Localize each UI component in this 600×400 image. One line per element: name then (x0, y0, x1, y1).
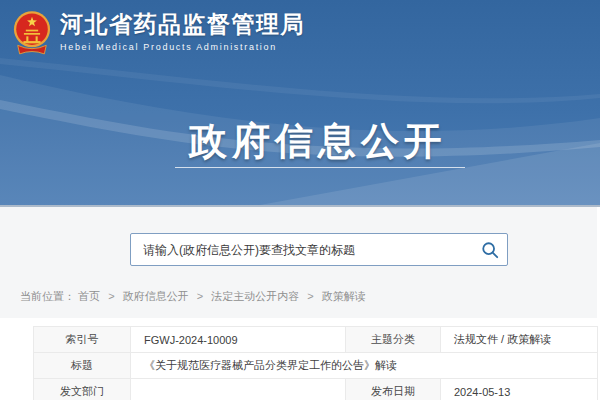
breadcrumb-prefix: 当前位置： (20, 290, 75, 302)
document-meta-table: 索引号 FGWJ-2024-10009 主题分类 法规文件 / 政策解读 标题 … (33, 326, 598, 400)
index-number-value: FGWJ-2024-10009 (131, 327, 346, 353)
title-label: 标题 (34, 353, 131, 379)
breadcrumb-item-gov-info[interactable]: 政府信息公开 (123, 290, 189, 302)
breadcrumb-item-policy-interpretation[interactable]: 政策解读 (322, 290, 366, 302)
breadcrumb-separator: > (108, 290, 114, 302)
search-button[interactable] (473, 234, 507, 265)
national-emblem-icon (13, 10, 51, 56)
issuing-department-value (131, 379, 346, 400)
breadcrumb: 当前位置： 首页 > 政府信息公开 > 法定主动公开内容 > 政策解读 (20, 289, 366, 304)
index-number-label: 索引号 (34, 327, 131, 353)
breadcrumb-separator: > (307, 290, 313, 302)
breadcrumb-item-disclosure-content[interactable]: 法定主动公开内容 (211, 290, 299, 302)
publish-date-value: 2024-05-13 (441, 379, 598, 400)
top-banner: 河北省药品监督管理局 Hebei Medical Products Admini… (0, 0, 600, 205)
search-box (130, 233, 508, 266)
topic-category-value: 法规文件 / 政策解读 (441, 327, 598, 353)
search-icon (481, 241, 499, 259)
search-input[interactable] (131, 234, 473, 265)
title-value: 《关于规范医疗器械产品分类界定工作的公告》解读 (131, 353, 598, 379)
site-name-en: Hebei Medical Products Administration (60, 42, 305, 52)
breadcrumb-item-home[interactable]: 首页 (78, 290, 100, 302)
table-row: 发文部门 发布日期 2024-05-13 (34, 379, 598, 400)
site-name-zh: 河北省药品监督管理局 (60, 13, 305, 37)
table-row: 索引号 FGWJ-2024-10009 主题分类 法规文件 / 政策解读 (34, 327, 598, 353)
page-title: 政府信息公开 (0, 116, 600, 167)
title-underline (175, 167, 465, 168)
topic-category-label: 主题分类 (346, 327, 441, 353)
page: 河北省药品监督管理局 Hebei Medical Products Admini… (0, 0, 600, 400)
site-name-block: 河北省药品监督管理局 Hebei Medical Products Admini… (60, 10, 305, 52)
site-logo-header[interactable]: 河北省药品监督管理局 Hebei Medical Products Admini… (13, 10, 305, 56)
publish-date-label: 发布日期 (346, 379, 441, 400)
breadcrumb-separator: > (197, 290, 203, 302)
table-row: 标题 《关于规范医疗器械产品分类界定工作的公告》解读 (34, 353, 598, 379)
issuing-department-label: 发文部门 (34, 379, 131, 400)
